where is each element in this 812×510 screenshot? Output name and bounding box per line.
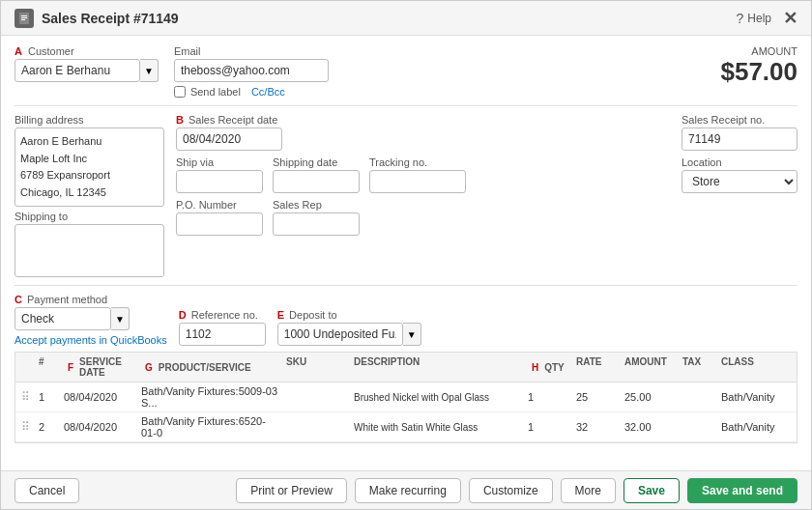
sales-rep-input[interactable] bbox=[273, 212, 360, 236]
shipping-date-input[interactable] bbox=[273, 170, 360, 193]
amount-label: AMOUNT bbox=[720, 45, 798, 57]
section-label-g: G bbox=[141, 362, 157, 373]
section-label-h: H bbox=[528, 362, 542, 373]
reference-group: D Reference no. bbox=[179, 309, 266, 346]
po-number-input[interactable] bbox=[176, 212, 263, 236]
customer-label: Customer bbox=[28, 45, 74, 57]
table-row: ⠿ 2 08/04/2020 Bath/Vanity Fixtures:6520… bbox=[15, 412, 797, 442]
deposit-group: E Deposit to ▼ bbox=[277, 309, 421, 346]
section-label-a: A bbox=[14, 45, 22, 57]
send-label-text: Send label bbox=[190, 86, 241, 98]
ship-via-group: Ship via bbox=[176, 156, 263, 193]
shipping-group: Shipping to bbox=[14, 211, 164, 277]
svg-rect-3 bbox=[21, 19, 25, 20]
right-fields: B Sales Receipt date Sales Receipt no. S… bbox=[176, 114, 798, 277]
shipping-content bbox=[14, 224, 164, 277]
row-amount: 25.00 bbox=[621, 391, 679, 403]
send-label-row: Send label Cc/Bcc bbox=[174, 86, 329, 98]
col-amount: AMOUNT bbox=[621, 356, 679, 378]
email-label: Email bbox=[174, 45, 329, 57]
mid-section: Billing address Aaron E Berhanu Maple Lo… bbox=[14, 114, 798, 277]
deposit-input[interactable] bbox=[277, 323, 403, 346]
row-description: White with Satin White Glass bbox=[350, 422, 524, 433]
payment-input[interactable] bbox=[14, 307, 111, 330]
col-tax: TAX bbox=[679, 356, 717, 378]
reference-input[interactable] bbox=[179, 323, 266, 346]
cc-bcc-link[interactable]: Cc/Bcc bbox=[251, 86, 285, 98]
accept-link[interactable]: Accept payments in QuickBooks bbox=[14, 334, 167, 346]
deposit-dropdown-arrow[interactable]: ▼ bbox=[403, 323, 421, 346]
col-description: DESCRIPTION bbox=[350, 356, 524, 378]
receipt-no-label: Sales Receipt no. bbox=[682, 114, 798, 126]
row-qty[interactable]: 1 bbox=[524, 421, 572, 433]
col-sku: SKU bbox=[282, 356, 350, 378]
table-header: # F SERVICE DATE G PRODUCT/SERVICE SKU D… bbox=[15, 353, 797, 382]
tracking-no-group: Tracking no. bbox=[369, 156, 466, 193]
row-product[interactable]: Bath/Vanity Fixtures:6520-01-0 bbox=[137, 415, 282, 439]
print-preview-button[interactable]: Print or Preview bbox=[236, 478, 347, 503]
customer-dropdown-arrow[interactable]: ▼ bbox=[140, 59, 159, 82]
row-rate[interactable]: 25 bbox=[572, 391, 621, 403]
row-date[interactable]: 08/04/2020 bbox=[60, 421, 137, 433]
svg-rect-2 bbox=[21, 17, 27, 18]
modal-header: Sales Receipt #71149 ? Help ✕ bbox=[1, 1, 811, 36]
close-button[interactable]: ✕ bbox=[783, 8, 798, 29]
shipping-label: Shipping to bbox=[14, 211, 164, 222]
drag-handle[interactable]: ⠿ bbox=[15, 390, 35, 404]
col-class: CLASS bbox=[717, 356, 785, 378]
shipping-date-label: Shipping date bbox=[273, 156, 360, 168]
col-service-date: F SERVICE DATE bbox=[60, 356, 137, 378]
location-label: Location bbox=[682, 156, 798, 168]
receipt-no-input[interactable] bbox=[682, 128, 798, 151]
table-row: ⠿ 1 08/04/2020 Bath/Vanity Fixtures:5009… bbox=[15, 382, 797, 412]
billing-content: Aaron E Berhanu Maple Loft Inc 6789 Expa… bbox=[14, 128, 164, 207]
po-number-label: P.O. Number bbox=[176, 199, 263, 211]
col-num: # bbox=[35, 356, 60, 378]
receipt-date-group: B Sales Receipt date bbox=[176, 114, 282, 151]
billing-line1: Aaron E Berhanu bbox=[20, 135, 102, 147]
row-description: Brushed Nickel with Opal Glass bbox=[350, 392, 524, 403]
billing-line2: Maple Loft Inc bbox=[20, 153, 87, 164]
make-recurring-button[interactable]: Make recurring bbox=[355, 478, 461, 503]
modal-body: A Customer ▼ Email Send label Cc/Bcc A bbox=[1, 36, 811, 470]
row-class: Bath/Vanity bbox=[717, 421, 785, 433]
payment-dropdown-arrow[interactable]: ▼ bbox=[111, 307, 130, 330]
payment-row: C Payment method ▼ Accept payments in Qu… bbox=[14, 294, 798, 346]
section-label-b: B bbox=[176, 114, 184, 126]
drag-handle[interactable]: ⠿ bbox=[15, 420, 35, 434]
section-label-d: D bbox=[179, 309, 187, 321]
receipt-icon bbox=[14, 9, 34, 28]
header-left: Sales Receipt #71149 bbox=[14, 9, 179, 28]
billing-label: Billing address bbox=[14, 114, 164, 126]
reference-label: Reference no. bbox=[191, 309, 258, 321]
row-amount: 32.00 bbox=[621, 421, 679, 433]
row-rate[interactable]: 32 bbox=[572, 421, 621, 433]
customize-button[interactable]: Customize bbox=[469, 478, 553, 503]
location-select[interactable]: Store bbox=[682, 170, 798, 193]
row-date[interactable]: 08/04/2020 bbox=[60, 391, 137, 403]
ship-via-input[interactable] bbox=[176, 170, 263, 193]
row-product[interactable]: Bath/Vanity Fixtures:5009-03 S... bbox=[137, 385, 282, 409]
save-button[interactable]: Save bbox=[624, 478, 680, 503]
customer-input[interactable] bbox=[14, 59, 140, 82]
amount-section: AMOUNT $57.00 bbox=[720, 45, 798, 87]
shipping-date-group: Shipping date bbox=[273, 156, 360, 193]
tracking-no-input[interactable] bbox=[369, 170, 466, 193]
modal-title: Sales Receipt #71149 bbox=[42, 11, 179, 26]
send-label-checkbox[interactable] bbox=[174, 86, 186, 98]
email-group: Email Send label Cc/Bcc bbox=[174, 45, 329, 98]
tracking-no-label: Tracking no. bbox=[369, 156, 466, 168]
cancel-button[interactable]: Cancel bbox=[14, 478, 79, 503]
section-label-f: F bbox=[64, 362, 77, 373]
col-drag bbox=[15, 356, 35, 378]
location-group: Location Store bbox=[682, 156, 798, 193]
more-button[interactable]: More bbox=[561, 478, 616, 503]
footer-right: Print or Preview Make recurring Customiz… bbox=[236, 478, 798, 503]
help-button[interactable]: ? Help bbox=[737, 11, 771, 26]
footer-left: Cancel bbox=[14, 478, 79, 503]
row-qty[interactable]: 1 bbox=[524, 391, 572, 403]
fields-row-2: Ship via Shipping date Tracking no. Loca… bbox=[176, 156, 798, 193]
receipt-date-input[interactable] bbox=[176, 128, 282, 151]
save-and-send-button[interactable]: Save and send bbox=[687, 478, 798, 503]
email-input[interactable] bbox=[174, 59, 329, 82]
